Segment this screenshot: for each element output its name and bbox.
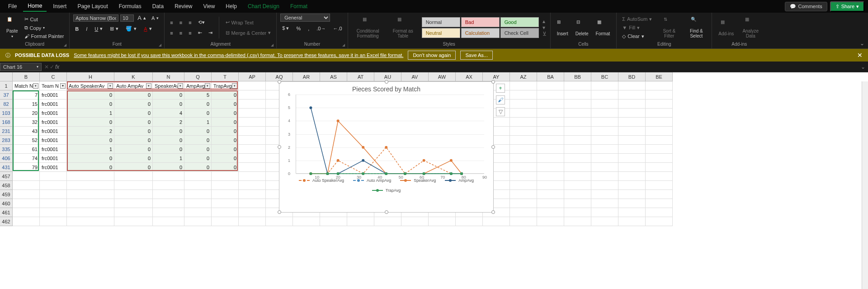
cell[interactable]: [510, 81, 537, 90]
cell[interactable]: [537, 136, 564, 145]
column-header[interactable]: AS: [320, 72, 347, 81]
cell[interactable]: [456, 217, 483, 226]
cell[interactable]: 0: [67, 163, 114, 172]
cell[interactable]: [239, 127, 266, 136]
cell[interactable]: [618, 163, 646, 172]
chart-styles-button[interactable]: 🖌: [496, 95, 505, 104]
cell[interactable]: [646, 172, 673, 181]
cell[interactable]: 15: [13, 99, 40, 109]
cancel-formula-button[interactable]: ✕: [44, 64, 49, 70]
cell[interactable]: [239, 217, 266, 226]
styles-more-button[interactable]: ⊻: [542, 31, 547, 37]
cell[interactable]: [13, 217, 40, 226]
cell[interactable]: [67, 190, 114, 199]
cell[interactable]: [564, 172, 591, 181]
legend-item[interactable]: TrapAvg: [372, 188, 401, 193]
cell[interactable]: 0: [114, 136, 153, 145]
cell[interactable]: 0: [184, 99, 212, 109]
cell[interactable]: [153, 190, 184, 199]
name-box[interactable]: Chart 16 ▾: [0, 63, 42, 71]
style-good[interactable]: Good: [500, 17, 539, 27]
cell[interactable]: [153, 172, 184, 181]
cell[interactable]: [114, 217, 153, 226]
cell[interactable]: [239, 145, 266, 154]
cell[interactable]: 0: [212, 127, 239, 136]
cell[interactable]: [591, 208, 618, 217]
cell[interactable]: [239, 199, 266, 208]
filter-button[interactable]: ▾: [33, 83, 38, 89]
row-header[interactable]: 231: [0, 127, 13, 136]
number-format-select[interactable]: General: [280, 14, 330, 22]
cell[interactable]: [510, 99, 537, 109]
chart-resize-handle[interactable]: [278, 145, 281, 149]
increase-decimal-button[interactable]: .0→: [315, 24, 327, 32]
paste-button[interactable]: 📋 Paste ▾: [4, 15, 21, 40]
cell[interactable]: [510, 118, 537, 127]
cell[interactable]: [40, 199, 67, 208]
cell[interactable]: [239, 181, 266, 190]
menu-item-view[interactable]: View: [199, 1, 220, 11]
cell[interactable]: 20: [13, 109, 40, 118]
row-header[interactable]: 283: [0, 136, 13, 145]
currency-button[interactable]: $ ▾: [280, 24, 291, 32]
cell[interactable]: [40, 217, 67, 226]
cell[interactable]: [564, 163, 591, 172]
cell[interactable]: [510, 136, 537, 145]
cell[interactable]: [591, 136, 618, 145]
cell[interactable]: 0: [114, 99, 153, 109]
sort-filter-button[interactable]: ⇅Sort & Filter: [657, 15, 681, 40]
cell[interactable]: [618, 127, 646, 136]
cell[interactable]: [646, 181, 673, 190]
cell[interactable]: 7: [13, 90, 40, 99]
cell[interactable]: 0: [114, 127, 153, 136]
chart-elements-button[interactable]: +: [496, 84, 505, 93]
cell[interactable]: [646, 136, 673, 145]
column-header[interactable]: AU: [374, 72, 401, 81]
orientation-button[interactable]: ⟲▾: [196, 19, 207, 26]
addins-button[interactable]: ▦Add-ins: [716, 18, 736, 38]
cell[interactable]: [646, 154, 673, 163]
column-header[interactable]: B: [13, 72, 40, 81]
row-header[interactable]: 103: [0, 109, 13, 118]
cell[interactable]: 1: [153, 154, 184, 163]
menu-item-file[interactable]: File: [4, 1, 21, 11]
cell[interactable]: [266, 217, 293, 226]
select-all-corner[interactable]: [0, 72, 13, 81]
cell[interactable]: frc0001: [40, 136, 67, 145]
cell[interactable]: SpeakerAv▾: [153, 81, 184, 90]
cell[interactable]: 1: [67, 109, 114, 118]
cell[interactable]: [13, 172, 40, 181]
chart-resize-handle[interactable]: [385, 210, 388, 214]
clear-button[interactable]: ◇Clear ▾: [620, 33, 654, 40]
chart-resize-handle[interactable]: [491, 210, 495, 214]
cell[interactable]: 4: [153, 109, 184, 118]
cell[interactable]: 0: [114, 90, 153, 99]
comma-button[interactable]: ,: [306, 24, 311, 32]
cell[interactable]: 2: [67, 127, 114, 136]
cell[interactable]: [114, 208, 153, 217]
cell[interactable]: [184, 199, 212, 208]
cell[interactable]: 0: [153, 145, 184, 154]
row-header[interactable]: 335: [0, 145, 13, 154]
cell[interactable]: [618, 118, 646, 127]
wrap-text-button[interactable]: ↩Wrap Text: [224, 19, 273, 26]
cell[interactable]: [347, 217, 374, 226]
cell[interactable]: [13, 190, 40, 199]
cell[interactable]: 79: [13, 163, 40, 172]
legend-item[interactable]: AmpAvg: [445, 178, 474, 183]
cell[interactable]: 0: [153, 136, 184, 145]
cell[interactable]: [153, 217, 184, 226]
accept-formula-button[interactable]: ✓: [50, 64, 54, 70]
cell[interactable]: frc0001: [40, 118, 67, 127]
cell[interactable]: [618, 208, 646, 217]
cell[interactable]: [114, 190, 153, 199]
style-bad[interactable]: Bad: [461, 17, 500, 27]
cell[interactable]: [114, 172, 153, 181]
cell[interactable]: [618, 90, 646, 99]
cell[interactable]: [564, 190, 591, 199]
font-name-select[interactable]: [73, 14, 118, 22]
column-header[interactable]: AP: [239, 72, 266, 81]
cell[interactable]: [618, 145, 646, 154]
cell[interactable]: [320, 217, 347, 226]
chart-title[interactable]: Pieces Scored by Match: [279, 82, 493, 95]
